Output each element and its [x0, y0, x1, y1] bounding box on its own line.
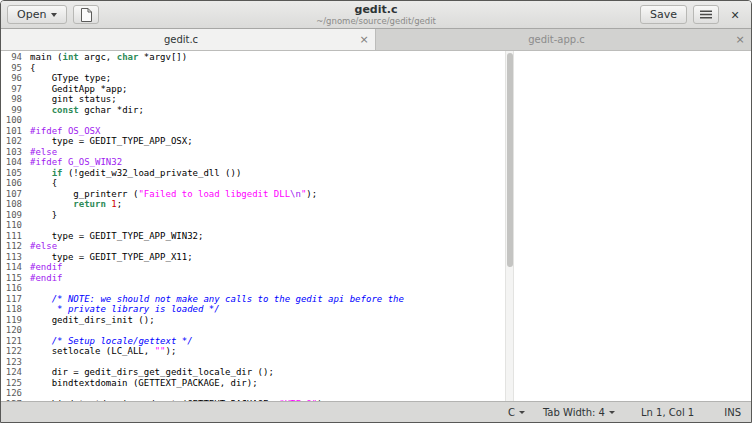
line-number: 120 [1, 325, 22, 336]
code-token: if [52, 168, 63, 178]
code-token: return [73, 199, 106, 209]
tab-gedit-app-c[interactable]: gedit-app.c × [376, 29, 751, 50]
line-number: 95 [1, 63, 22, 74]
window-close-icon: × [731, 5, 739, 25]
code-line[interactable]: /* NOTE: we should not make any calls to… [30, 294, 751, 305]
code-line[interactable]: { [30, 178, 751, 189]
code-line[interactable]: GeditApp *app; [30, 84, 751, 95]
code-token: type = GEDIT_TYPE_APP_X11; [30, 252, 193, 262]
code-token: (!gedit_w32_load_private_dll ()) [63, 168, 242, 178]
code-token: "" [155, 346, 166, 356]
window-title: gedit.c [316, 3, 436, 16]
code-line[interactable]: gedit_dirs_init (); [30, 315, 751, 326]
line-number: 124 [1, 367, 22, 378]
language-label: C [508, 407, 515, 418]
line-number: 106 [1, 178, 22, 189]
code-line[interactable]: type = GEDIT_TYPE_APP_WIN32; [30, 231, 751, 242]
code-line[interactable]: main (int argc, char *argv[]) [30, 52, 751, 63]
code-line[interactable]: dir = gedit_dirs_get_gedit_locale_dir ()… [30, 367, 751, 378]
line-number: 108 [1, 199, 22, 210]
code-line[interactable] [30, 283, 751, 294]
code-token: argc, [79, 52, 117, 62]
code-line[interactable]: #endif [30, 273, 751, 284]
window-close-button[interactable]: × [725, 5, 745, 25]
menu-button[interactable] [693, 5, 719, 24]
line-number: 96 [1, 73, 22, 84]
line-number: 111 [1, 231, 22, 242]
text-area[interactable]: main (int argc, char *argv[]){ GType typ… [27, 51, 751, 401]
code-line[interactable]: gint status; [30, 94, 751, 105]
code-token: "Failed to load libgedit DLL [138, 189, 290, 199]
code-token [30, 199, 73, 209]
code-line[interactable]: * private library is loaded */ [30, 304, 751, 315]
code-token: #endif [30, 273, 63, 283]
code-token: setlocale (LC_ALL, [30, 346, 155, 356]
tab-width-selector[interactable]: Tab Width: 4 [543, 407, 615, 418]
cursor-position: Ln 1, Col 1 [641, 407, 694, 418]
tab-close-button[interactable]: × [733, 33, 747, 46]
code-line[interactable]: type = GEDIT_TYPE_APP_X11; [30, 252, 751, 263]
code-line[interactable]: #ifdef G_OS_WIN32 [30, 157, 751, 168]
status-bar: C Tab Width: 4 Ln 1, Col 1 INS [1, 401, 751, 422]
code-line[interactable] [30, 357, 751, 368]
tab-label: gedit-app.c [380, 34, 733, 45]
code-line[interactable]: #else [30, 241, 751, 252]
code-line[interactable] [30, 220, 751, 231]
line-number: 94 [1, 52, 22, 63]
line-number: 119 [1, 315, 22, 326]
code-line[interactable]: setlocale (LC_ALL, ""); [30, 346, 751, 357]
open-button-label: Open [17, 8, 46, 21]
code-token: #ifdef G_OS_WIN32 [30, 157, 122, 167]
line-number: 115 [1, 273, 22, 284]
line-number: 104 [1, 157, 22, 168]
code-line[interactable]: { [30, 63, 751, 74]
code-line[interactable]: #ifdef OS_OSX [30, 126, 751, 137]
line-number: 117 [1, 294, 22, 305]
code-line[interactable]: bindtextdomain (GETTEXT_PACKAGE, dir); [30, 378, 751, 389]
line-number: 97 [1, 84, 22, 95]
code-token: ); [306, 189, 317, 199]
code-line[interactable]: GType type; [30, 73, 751, 84]
window-subtitle: ~/gnome/source/gedit/gedit [316, 16, 436, 26]
code-token: ); [165, 346, 176, 356]
code-line[interactable]: } [30, 210, 751, 221]
header-right-group: Save × [640, 5, 745, 25]
save-button[interactable]: Save [640, 5, 687, 24]
code-line[interactable] [30, 388, 751, 399]
code-token: main ( [30, 52, 63, 62]
code-line[interactable]: bind_textdomain_codeset (GETTEXT_PACKAGE… [30, 399, 751, 402]
code-line[interactable] [30, 325, 751, 336]
code-token: { [30, 178, 57, 188]
code-line[interactable]: #endif [30, 262, 751, 273]
tab-close-button[interactable]: × [357, 33, 371, 46]
new-document-button[interactable] [73, 5, 99, 24]
line-number: 125 [1, 378, 22, 389]
code-token: \n [290, 189, 301, 199]
code-line[interactable]: const gchar *dir; [30, 105, 751, 116]
code-line[interactable]: type = GEDIT_TYPE_APP_OSX; [30, 136, 751, 147]
code-token: /* NOTE: we should not make any calls to… [52, 294, 404, 304]
tab-width-label: Tab Width: 4 [543, 407, 605, 418]
line-numbers: 9495969798991001011021031041051061071081… [1, 51, 27, 401]
code-token: bindtextdomain (GETTEXT_PACKAGE, dir); [30, 378, 258, 388]
tab-gedit-c[interactable]: gedit.c × [1, 29, 376, 50]
language-selector[interactable]: C [508, 407, 525, 418]
code-token: char [117, 52, 139, 62]
line-number: 110 [1, 220, 22, 231]
line-number: 103 [1, 147, 22, 158]
code-line[interactable]: g_printerr ("Failed to load libgedit DLL… [30, 189, 751, 200]
code-line[interactable] [30, 115, 751, 126]
code-token: /* Setup locale/gettext */ [52, 336, 193, 346]
open-button[interactable]: Open [7, 5, 67, 24]
code-line[interactable]: if (!gedit_w32_load_private_dll ()) [30, 168, 751, 179]
code-line[interactable]: #else [30, 147, 751, 158]
code-token: } [30, 210, 57, 220]
code-token: *argv[]) [138, 52, 187, 62]
code-line[interactable]: return 1; [30, 199, 751, 210]
code-token: gedit_dirs_init (); [30, 315, 155, 325]
scrollbar-thumb[interactable] [507, 53, 513, 267]
line-number: 126 [1, 388, 22, 399]
code-line[interactable]: /* Setup locale/gettext */ [30, 336, 751, 347]
code-token [30, 336, 52, 346]
line-number: 116 [1, 283, 22, 294]
